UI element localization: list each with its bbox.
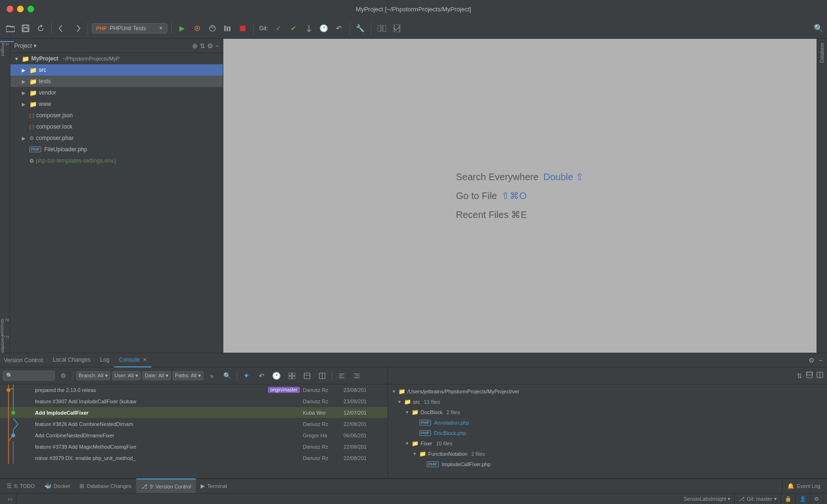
- debug-button[interactable]: [191, 22, 204, 35]
- sb-sensio[interactable]: SensioLabsInsight ▾: [680, 494, 735, 504]
- search-log-button[interactable]: 🔍: [220, 369, 234, 382]
- align-left-icon[interactable]: [335, 369, 348, 382]
- git-update-button[interactable]: [302, 22, 316, 35]
- ft-item-annotation[interactable]: PHP Annotation.php: [388, 417, 827, 428]
- minimize-button[interactable]: [17, 6, 24, 12]
- sb-settings[interactable]: ⚙: [810, 494, 823, 504]
- log-row-6[interactable]: feature #3739 Add MagicMethodCasingFixe …: [0, 441, 387, 452]
- sb-git[interactable]: ⎇ Git: master ▾: [735, 494, 781, 504]
- sb-expand-icon[interactable]: ▭: [4, 494, 17, 504]
- git-revert-button[interactable]: ↶: [333, 22, 346, 35]
- project-tree: ▼ 📁 MyProject ~/PhpstormProjects/MyP ▶ 📁…: [10, 53, 223, 353]
- tree-item-composer-json[interactable]: { } composer.json: [10, 110, 223, 121]
- date-filter[interactable]: Date: All ▾: [142, 371, 171, 380]
- sb-git-dropdown: ▾: [774, 496, 777, 502]
- compare-button[interactable]: [375, 22, 388, 35]
- minus-icon[interactable]: −: [215, 42, 219, 50]
- files-expand-icon[interactable]: ⇅: [796, 371, 803, 381]
- bar-tab-event-log[interactable]: 🔔 Event Log: [782, 478, 825, 494]
- database-strip-label[interactable]: Database: [818, 39, 826, 67]
- bookmarks-button[interactable]: [390, 22, 404, 35]
- tree-item-tests[interactable]: ▶ 📁 tests: [10, 76, 223, 87]
- settings-button[interactable]: 🔧: [354, 22, 367, 35]
- bar-tab-db-changes[interactable]: ⊞ Database Changes: [75, 478, 136, 494]
- log-row-7[interactable]: minor #3979 DX: enable php_unit_method_ …: [0, 452, 387, 464]
- structure-strip-label[interactable]: Z: Structure: [0, 318, 14, 337]
- run-button[interactable]: ▶: [176, 22, 189, 35]
- search-everywhere-button[interactable]: 🔍: [814, 24, 823, 33]
- back-button[interactable]: [55, 22, 69, 35]
- log-search-box[interactable]: 🔍: [3, 371, 55, 381]
- profile-button[interactable]: [221, 22, 234, 35]
- maximize-button[interactable]: [27, 6, 34, 12]
- bar-tab-docker[interactable]: 🐳 Docker: [40, 478, 75, 494]
- log-row-1[interactable]: prepared the 2.13.0 releas origin/master…: [0, 384, 387, 396]
- tree-item-src[interactable]: ▶ 📁 src: [10, 64, 223, 76]
- history-icon[interactable]: 🕐: [270, 369, 283, 382]
- settings-small-icon[interactable]: ⚙: [207, 42, 213, 50]
- branch-filter[interactable]: Branch: All ▾: [76, 371, 110, 380]
- bottom-panel: Version Control: Local Changes Log Conso…: [0, 353, 827, 478]
- tree-item-composer-lock[interactable]: { } composer.lock: [10, 121, 223, 132]
- bar-tab-todo[interactable]: ☰ 6: TODO: [2, 478, 40, 494]
- user-filter[interactable]: User: All ▾: [112, 371, 141, 380]
- save-button[interactable]: [19, 22, 32, 35]
- log-graph-7: [4, 452, 32, 464]
- tree-item-fileuploader[interactable]: PHP FileUploader.php: [10, 144, 223, 155]
- log-row-3[interactable]: Add ImplodeCallFixer Kuba Wer 12/07/201: [0, 407, 387, 418]
- layout-icon[interactable]: ⇅: [200, 42, 205, 50]
- tree-item-composer-phar[interactable]: ▶ ⚙ composer.phar: [10, 132, 223, 144]
- close-button[interactable]: [7, 6, 13, 12]
- revert-commit-icon[interactable]: ↶: [255, 369, 268, 382]
- paths-filter[interactable]: Paths: All ▾: [173, 371, 203, 380]
- sb-lock[interactable]: 🔒: [781, 494, 796, 504]
- log-row-5[interactable]: Add CombineNestedDirnameFixer Gregor Ha …: [0, 430, 387, 441]
- forward-button[interactable]: [70, 22, 84, 35]
- ft-item-fixer[interactable]: ▼ 📁 Fixer 10 files: [388, 438, 827, 449]
- ft-item-functionnotation[interactable]: ▼ 📁 FunctionNotation 2 files: [388, 449, 827, 459]
- ft-item-implodecallfixer[interactable]: PHP ImplodeCallFixer.php: [388, 459, 827, 469]
- ft-item-docblock-php[interactable]: PHP DocBlock.php: [388, 428, 827, 438]
- bottom-minus-icon[interactable]: −: [818, 356, 823, 365]
- view-grid-icon[interactable]: [285, 369, 299, 382]
- tab-local-changes[interactable]: Local Changes: [48, 353, 95, 367]
- tab-log[interactable]: Log: [95, 353, 114, 367]
- expand-icon[interactable]: [300, 369, 314, 382]
- files-collapse-icon[interactable]: [805, 371, 814, 381]
- log-row-4[interactable]: feature #3826 Add CombineNestedDirnam Da…: [0, 418, 387, 430]
- open-folder-button[interactable]: [4, 22, 17, 35]
- project-strip-label[interactable]: 1: Project: [0, 41, 14, 57]
- cherry-pick-icon[interactable]: ✦: [240, 369, 253, 382]
- coverage-button[interactable]: [206, 22, 219, 35]
- sb-user[interactable]: 👤: [796, 494, 810, 504]
- log-settings-icon[interactable]: ⚙: [57, 369, 70, 382]
- ft-item-root[interactable]: ▼ 📁 /Users/jetbrains/PhpstormProjects/My…: [388, 386, 827, 397]
- bottom-panel-tabs: Version Control: Local Changes Log Conso…: [0, 353, 827, 367]
- more-filters-button[interactable]: »: [205, 369, 219, 382]
- files-split-icon[interactable]: [816, 371, 824, 381]
- bar-tab-terminal[interactable]: ▶ Terminal: [196, 478, 232, 494]
- tree-item-php-ssr[interactable]: ⚙ php-ssr-templates-settings.env.j: [10, 155, 223, 166]
- run-config-label: PHPUnit Tests: [110, 25, 146, 32]
- bar-tab-version-control[interactable]: ⎇ 9: Version Control: [136, 478, 196, 494]
- stop-button[interactable]: [236, 22, 249, 35]
- tree-item-www[interactable]: ▶ 📁 www: [10, 98, 223, 110]
- align-right-icon[interactable]: [350, 369, 363, 382]
- tree-item-root[interactable]: ▼ 📁 MyProject ~/PhpstormProjects/MyP: [10, 53, 223, 64]
- ft-item-docblock[interactable]: ▼ 📁 DocBlock 2 files: [388, 407, 827, 417]
- ft-item-src[interactable]: ▼ 📁 src 13 files: [388, 397, 827, 407]
- gear-small-icon[interactable]: ⊕: [192, 42, 198, 50]
- run-config-selector[interactable]: PHP PHPUnit Tests ▼: [92, 23, 167, 34]
- split-icon[interactable]: [316, 369, 329, 382]
- log-row-2[interactable]: feature #3907 Add ImplodeCallFixer (kuba…: [0, 396, 387, 407]
- tree-item-vendor[interactable]: ▶ 📁 vendor: [10, 87, 223, 98]
- git-push-button[interactable]: ✔: [287, 22, 300, 35]
- bottom-settings-icon[interactable]: ⚙: [808, 356, 816, 365]
- recent-files-label: Recent Files ⌘E: [456, 209, 527, 220]
- refresh-button[interactable]: [34, 22, 47, 35]
- tab-console-close-icon[interactable]: ✕: [143, 357, 147, 362]
- git-commit-button[interactable]: ✓: [272, 22, 285, 35]
- favorites-strip-label[interactable]: 2: Favorites: [0, 335, 14, 354]
- tab-console[interactable]: Console ✕: [114, 353, 151, 367]
- git-history-button[interactable]: 🕐: [317, 22, 331, 35]
